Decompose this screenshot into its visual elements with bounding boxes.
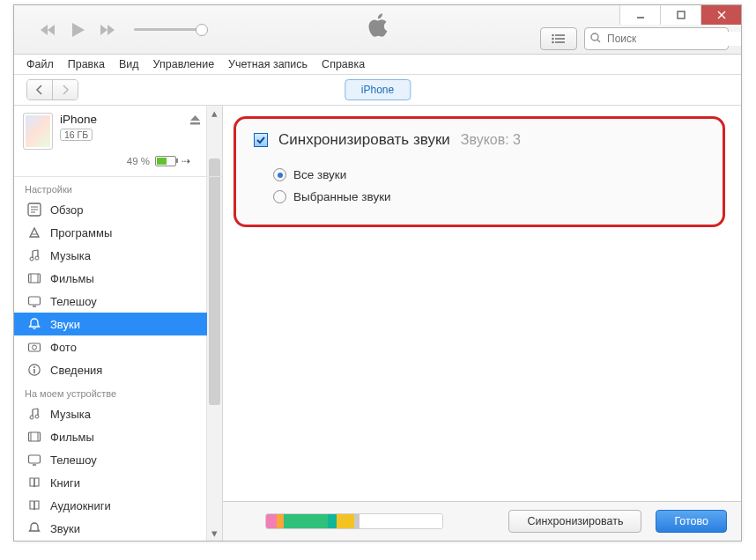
tv-icon — [26, 452, 42, 468]
sidebar-item-od-audiobooks[interactable]: Аудиокниги — [14, 494, 207, 517]
sidebar-item-label: Фильмы — [50, 431, 94, 444]
sidebar-item-label: Музыка — [50, 249, 91, 262]
app-window: Файл Правка Вид Управление Учетная запис… — [13, 4, 742, 542]
sidebar-item-summary[interactable]: Обзор — [14, 198, 207, 221]
sidebar-item-label: Фильмы — [50, 272, 94, 285]
info-icon — [26, 362, 42, 378]
sidebar-item-tvshows[interactable]: Телешоу — [14, 290, 207, 313]
music-icon — [26, 247, 42, 263]
svg-marker-7 — [100, 25, 107, 35]
svg-point-14 — [552, 41, 553, 43]
footer-bar: Синхронизировать Готово — [223, 501, 741, 541]
menu-file[interactable]: Файл — [19, 56, 61, 72]
svg-marker-4 — [48, 25, 55, 35]
sidebar-item-music[interactable]: Музыка — [14, 244, 207, 267]
svg-rect-27 — [29, 274, 41, 283]
menu-view[interactable]: Вид — [112, 56, 146, 72]
sidebar-item-apps[interactable]: Программы — [14, 221, 207, 244]
storage-usage-bar[interactable] — [265, 513, 443, 529]
sync-tones-checkbox[interactable] — [254, 133, 268, 147]
location-bar: iPhone — [14, 75, 741, 106]
svg-marker-6 — [72, 23, 85, 37]
apple-logo-icon — [367, 12, 389, 41]
eject-icon[interactable] — [189, 114, 201, 129]
sync-tones-title: Синхронизировать звуки — [278, 131, 450, 149]
menu-bar: Файл Правка Вид Управление Учетная запис… — [14, 55, 741, 75]
bell-icon — [26, 316, 42, 332]
nav-back-button[interactable] — [27, 80, 53, 99]
svg-marker-17 — [190, 115, 200, 121]
svg-line-26 — [33, 250, 38, 251]
svg-line-16 — [597, 40, 600, 42]
svg-point-38 — [35, 415, 39, 418]
sync-button[interactable]: Синхронизировать — [508, 510, 641, 533]
sidebar-item-label: Аудиокниги — [50, 499, 111, 512]
svg-rect-43 — [29, 455, 41, 463]
tv-icon — [26, 293, 42, 309]
sidebar-item-label: Звуки — [50, 318, 80, 331]
sidebar-item-od-music[interactable]: Музыка — [14, 402, 207, 425]
section-ondevice-label: На моем устройстве — [14, 381, 207, 402]
svg-point-35 — [33, 366, 35, 368]
list-view-button[interactable] — [540, 27, 577, 50]
sidebar-item-od-books[interactable]: Книги — [14, 471, 207, 494]
menu-edit[interactable]: Правка — [61, 56, 112, 72]
sidebar-item-od-tv[interactable]: Телешоу — [14, 448, 207, 471]
sidebar: ▴ ▾ iPhone 16 ГБ 49 % ⇢ Настройки — [14, 106, 223, 541]
svg-rect-32 — [29, 343, 41, 351]
window-close-button[interactable] — [700, 5, 741, 25]
radio-selected-tones[interactable]: Выбранные звуки — [273, 190, 705, 203]
next-track-button[interactable] — [99, 23, 118, 37]
sidebar-item-od-top25[interactable]: 25 самых популярных — [14, 540, 207, 541]
search-text[interactable] — [605, 32, 741, 46]
charging-icon: ⇢ — [182, 155, 190, 167]
svg-rect-30 — [29, 297, 41, 305]
svg-point-13 — [552, 38, 553, 40]
radio-label: Выбранные звуки — [293, 190, 391, 203]
sidebar-item-label: Фото — [50, 341, 77, 354]
menu-help[interactable]: Справка — [315, 56, 372, 72]
radio-all-tones[interactable]: Все звуки — [273, 168, 705, 181]
search-input[interactable] — [584, 27, 729, 50]
menu-controls[interactable]: Управление — [146, 56, 222, 72]
radio-label: Все звуки — [293, 168, 346, 181]
play-button[interactable] — [70, 21, 86, 39]
sidebar-item-movies[interactable]: Фильмы — [14, 267, 207, 290]
svg-point-24 — [30, 257, 33, 261]
section-settings-label: Настройки — [14, 177, 207, 198]
main-pane: Синхронизировать звуки Звуков: 3 Все зву… — [223, 106, 741, 541]
svg-point-33 — [33, 345, 37, 350]
svg-marker-8 — [107, 25, 115, 35]
volume-slider[interactable] — [134, 28, 203, 31]
window-maximize-button[interactable] — [660, 5, 700, 25]
sidebar-item-label: Программы — [50, 226, 112, 239]
svg-point-25 — [35, 256, 39, 260]
camera-icon — [26, 339, 42, 355]
sync-tones-count: Звуков: 3 — [461, 132, 521, 148]
sidebar-item-label: Телешоу — [50, 295, 97, 308]
sidebar-item-photos[interactable]: Фото — [14, 335, 207, 358]
svg-rect-40 — [29, 432, 41, 441]
window-minimize-button[interactable] — [619, 5, 660, 25]
done-button[interactable]: Готово — [656, 510, 727, 533]
svg-line-39 — [33, 409, 38, 409]
sidebar-item-od-movies[interactable]: Фильмы — [14, 425, 207, 448]
movies-icon — [26, 270, 42, 286]
window-controls — [619, 5, 741, 25]
sidebar-item-info[interactable]: Сведения — [14, 358, 207, 381]
menu-account[interactable]: Учетная запись — [221, 56, 315, 72]
apps-icon — [26, 225, 42, 240]
nav-forward-button[interactable] — [53, 80, 78, 99]
sidebar-item-label: Звуки — [50, 522, 80, 535]
svg-rect-1 — [678, 11, 685, 18]
sidebar-item-od-tones[interactable]: Звуки — [14, 517, 207, 540]
svg-rect-18 — [190, 122, 200, 125]
music-icon — [26, 406, 42, 422]
sidebar-item-label: Книги — [50, 476, 80, 490]
device-thumbnail-icon — [23, 113, 53, 150]
scroll-down-icon[interactable]: ▾ — [207, 526, 222, 541]
sidebar-item-tones[interactable]: Звуки — [14, 313, 207, 335]
device-pill[interactable]: iPhone — [345, 79, 411, 100]
radio-icon — [273, 168, 286, 181]
prev-track-button[interactable] — [39, 23, 58, 37]
